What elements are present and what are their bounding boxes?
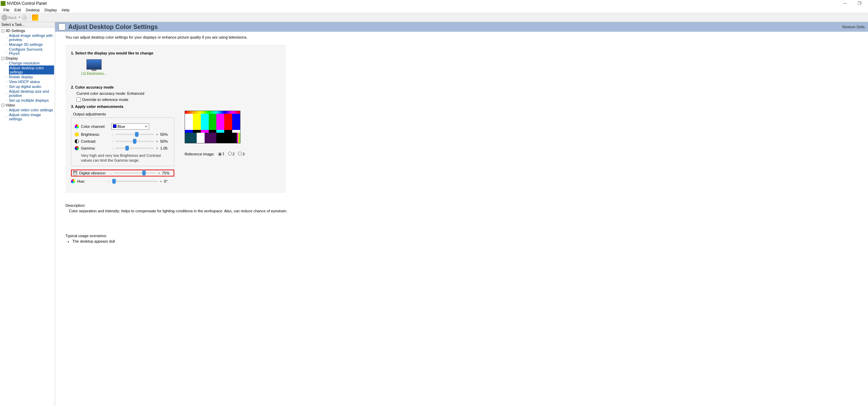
tree-item-manage-3d[interactable]: Manage 3D settings [1,42,54,47]
slider-thumb[interactable] [135,132,138,137]
tree-item-adjust-image[interactable]: Adjust image settings with preview [1,33,54,42]
page-title: Adjust Desktop Color Settings [68,23,158,31]
gamma-label: Gamma: [81,146,109,150]
home-button[interactable] [32,14,38,21]
ref-image-label: Reference image: [185,152,215,156]
brightness-icon [75,132,79,136]
vibrance-slider[interactable] [114,172,156,174]
back-icon: ← [1,14,8,21]
hue-value: 0° [164,179,174,183]
app-icon [1,1,6,6]
slider-thumb[interactable] [142,171,146,175]
section-2-label: 2. Color accuracy mode [71,85,280,89]
tree-item-multiple[interactable]: Set up multiple displays [1,98,54,103]
intro-text: You can adjust desktop color settings fo… [65,35,858,39]
output-adjust-label: Output adjustments [73,112,174,116]
ref-radio-3[interactable] [238,152,242,155]
back-button[interactable]: ← Back ▼ [1,14,21,21]
color-channel-label: Color channel: [81,124,109,129]
hue-label: Hue: [77,179,105,183]
settings-panel: 1. Select the display you would like to … [65,45,286,193]
description-block: Description: Color separation and intens… [65,203,858,213]
slider-thumb[interactable] [125,146,129,151]
brightness-slider[interactable] [115,134,154,135]
tree-item-video-image[interactable]: Adjust video image settings [1,112,54,121]
gamma-slider[interactable] [115,148,154,149]
collapse-icon: - [1,29,4,32]
vibrance-label: Digital vibrance: [79,171,107,175]
override-label: Override to reference mode [82,98,128,102]
color-channel-select[interactable]: Blue ▼ [111,123,149,130]
collapse-icon: - [1,57,4,60]
maximize-button[interactable]: ❐ [854,0,865,7]
sidebar-header: Select a Task... [0,22,55,28]
hue-icon [71,179,75,183]
toolbar: ← Back ▼ → [0,13,868,22]
menu-help[interactable]: Help [60,8,72,12]
content: Adjust Desktop Color Settings Restore De… [55,22,868,406]
gamma-value: 1.05 [160,146,170,150]
menubar: File Edit Desktop Display Help [0,7,868,13]
tree-item-video-color[interactable]: Adjust video color settings [1,108,54,112]
tree-item-change-resolution[interactable]: Change resolution [1,61,54,65]
sidebar: Select a Task... -3D Settings Adjust ima… [0,22,55,406]
menu-display[interactable]: Display [42,8,59,12]
tree-group-3d[interactable]: -3D Settings [1,28,54,33]
slider-thumb[interactable] [112,179,116,184]
collapse-icon: - [1,104,4,107]
contrast-slider[interactable] [115,141,154,142]
usage-label: Typical usage scenarios: [65,234,858,238]
tree-item-adjust-color[interactable]: Adjust desktop color settings [9,65,54,74]
reference-image [185,111,240,143]
output-adjust-box: Color channel: Blue ▼ Brightness: - [71,118,174,166]
tree-item-rotate[interactable]: Rotate display [1,74,54,79]
brightness-label: Brightness: [81,132,109,136]
contrast-icon [75,139,79,143]
menu-edit[interactable]: Edit [12,8,23,12]
digital-vibrance-row: Digital vibrance: - + 75% [71,170,174,176]
reference-block: Reference image: 1 2 3 [185,111,245,156]
display-name: LG Electronics... [81,72,106,75]
tree-item-hdcp[interactable]: View HDCP status [1,79,54,84]
tree-group-display[interactable]: -Display [1,56,54,61]
tree-item-surround[interactable]: Configure Surround, PhysX [1,47,54,56]
tree-item-size-position[interactable]: Adjust desktop size and position [1,89,54,98]
description-label: Description: [65,203,858,207]
slider-thumb[interactable] [133,139,136,144]
vibrance-value: 75% [162,171,172,175]
forward-button[interactable]: → [21,14,28,21]
restore-defaults-link[interactable]: Restore Defa [842,25,865,29]
section-1-label: 1. Select the display you would like to … [71,51,280,55]
task-tree: -3D Settings Adjust image settings with … [0,28,55,122]
description-text: Color separation and intensity; helps to… [69,209,858,213]
page-icon [59,23,65,30]
menu-desktop[interactable]: Desktop [24,8,42,12]
gamma-note: Very high and very low Brightness and Co… [81,153,170,163]
gamma-icon [75,146,79,150]
hue-slider[interactable] [112,181,158,182]
contrast-label: Contrast: [81,139,109,143]
monitor-icon [86,59,102,70]
usage-block: Typical usage scenarios: The desktop app… [65,234,858,243]
brightness-value: 55% [160,132,170,136]
display-selector[interactable]: LG Electronics... [81,59,106,75]
blue-swatch-icon [113,124,116,128]
menu-file[interactable]: File [1,8,12,12]
section-3-label: 3. Apply color enhancements [71,104,280,109]
current-mode-text: Current color accuracy mode: Enhanced [76,91,280,95]
vibrance-icon [73,171,77,175]
tree-group-video[interactable]: -Video [1,103,54,108]
minimize-button[interactable]: ─ [840,0,850,7]
separator [30,14,30,21]
ref-radio-1[interactable] [218,152,222,156]
rgb-icon [75,124,79,129]
contrast-value: 50% [160,139,170,143]
usage-item: The desktop appears dull [72,239,858,243]
chevron-down-icon: ▼ [18,16,21,19]
tree-item-audio[interactable]: Set up digital audio [1,84,54,89]
chevron-down-icon: ▼ [145,125,147,128]
app-title: NVIDIA Control Panel [7,1,46,6]
titlebar: NVIDIA Control Panel ─ ❐ [0,0,868,7]
override-checkbox[interactable] [76,98,81,102]
ref-radio-2[interactable] [228,152,232,155]
